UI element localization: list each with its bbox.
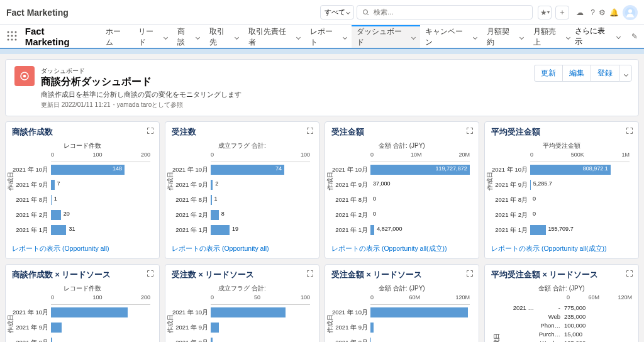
bar[interactable] (211, 180, 213, 190)
nav-tab-4[interactable]: 取引先責任者 (243, 25, 305, 48)
bar-row: 2021 年 9月7 (51, 177, 150, 192)
bar[interactable] (51, 307, 128, 317)
more-actions-button[interactable] (619, 65, 632, 82)
dashboard-icon (14, 66, 35, 86)
category-label: 2021 年 10月 (172, 309, 211, 317)
nav-tab-3[interactable]: 取引先 (204, 25, 243, 48)
favorite-icon[interactable]: ★▾ (538, 6, 552, 19)
nav-tab-6[interactable]: ダッシュボード (352, 25, 421, 48)
nav-tab-9[interactable]: 月額売上 (528, 25, 575, 48)
bar-row: 2021 年 2月8 (211, 207, 310, 223)
expand-icon[interactable] (147, 270, 154, 279)
card-title: 平均受注金額 (491, 127, 632, 138)
expand-icon[interactable] (306, 127, 314, 136)
edit-button[interactable]: 編集 (562, 65, 591, 82)
add-icon[interactable]: ＋ (555, 6, 569, 19)
table-row: Web235,000 (500, 312, 632, 321)
save-button[interactable]: 登録 (591, 65, 619, 82)
bar-value: 2 (215, 180, 218, 187)
bar-row: 2021 年 10月 (211, 305, 310, 320)
nav-tab-8[interactable]: 月額契約 (482, 25, 528, 48)
chevron-down-icon (196, 35, 200, 39)
bar-value: 74 (275, 165, 282, 172)
table-row: 2021 …-775,000 (500, 303, 632, 312)
bar[interactable] (530, 180, 531, 190)
view-report-link[interactable]: レポートの表示 (Opportunity all(成立)) (491, 245, 607, 253)
axis-ticks: 050100 (211, 294, 310, 303)
search-scope-select[interactable]: すべて (320, 5, 354, 19)
svg-point-5 (11, 31, 13, 33)
category-label: 2021 年 1月 (172, 226, 211, 234)
bar-value: 4,827,000 (377, 226, 402, 232)
nav-overflow[interactable]: さらに表示 ✎ (575, 26, 638, 47)
edit-nav-icon[interactable]: ✎ (631, 32, 638, 41)
svg-point-0 (364, 9, 368, 14)
bar[interactable] (370, 323, 374, 333)
view-report-link[interactable]: レポートの表示 (Opportunity all(成立)) (331, 245, 447, 253)
card-title: 商談作成数 × リードソース (12, 270, 153, 280)
axis-title: 成立フラグ 合計: (172, 284, 313, 293)
user-avatar[interactable] (623, 5, 638, 20)
view-report-link[interactable]: レポートの表示 (Opportunity all) (172, 245, 269, 253)
global-search-input[interactable]: 検索... (357, 5, 533, 19)
nav-tab-5[interactable]: レポート (305, 25, 352, 48)
category-label: 2021 年 10月 (172, 166, 211, 174)
bar[interactable] (211, 225, 230, 235)
view-report-link[interactable]: レポートの表示 (Opportunity all) (12, 245, 109, 253)
chevron-down-icon (411, 35, 416, 39)
refresh-button[interactable]: 更新 (534, 65, 562, 82)
search-icon (362, 9, 370, 16)
svg-point-12 (15, 39, 17, 41)
nav-tab-1[interactable]: リード (133, 25, 172, 48)
bar-row: 2021 年 9月37,000 (370, 177, 470, 192)
category-label: 2021 年 9月 (12, 324, 51, 332)
bar[interactable] (51, 225, 66, 235)
bar-row: 2021 年 8月0 (530, 192, 630, 207)
bar-value: 1 (54, 196, 57, 202)
expand-icon[interactable] (626, 127, 633, 136)
axis-ticks: 060M120M (370, 294, 470, 303)
expand-icon[interactable] (466, 270, 474, 279)
bar[interactable] (211, 323, 219, 333)
chevron-down-icon (235, 35, 239, 39)
bar[interactable] (51, 210, 61, 220)
expand-icon[interactable] (626, 270, 633, 279)
expand-icon[interactable] (466, 127, 474, 136)
breakdown-table: 2021 …-775,000Web235,000Phon…100,000Purc… (500, 303, 632, 342)
expand-icon[interactable] (306, 270, 314, 279)
bar[interactable] (51, 180, 55, 190)
help-icon[interactable]: ? (591, 8, 595, 17)
nav-tab-0[interactable]: ホーム (101, 25, 133, 48)
bar[interactable] (370, 338, 371, 342)
bar[interactable] (51, 323, 62, 333)
bars-container: 2021 年 10月2021 年 9月2021 年 8月 (51, 304, 150, 342)
bar[interactable] (530, 225, 546, 235)
bar[interactable] (370, 225, 374, 235)
bar-row: 2021 年 9月 (370, 320, 470, 335)
cloud-icon[interactable]: ☁ (573, 6, 587, 19)
svg-point-8 (11, 35, 13, 37)
bar[interactable] (211, 338, 213, 342)
nav-tab-7[interactable]: キャンペーン (420, 25, 482, 48)
bar-row: 2021 年 2月0 (370, 207, 470, 223)
notifications-icon[interactable]: 🔔 (609, 8, 619, 17)
nav-tab-2[interactable]: 商談 (172, 25, 204, 48)
global-header: Fact Marketing すべて 検索... ★▾ ＋ ☁ ? ⚙ 🔔 (0, 0, 644, 25)
settings-icon[interactable]: ⚙ (599, 8, 606, 17)
bar[interactable] (211, 210, 219, 220)
bar[interactable] (51, 195, 52, 205)
bar[interactable] (211, 195, 212, 205)
bar[interactable] (51, 338, 52, 342)
bar-value: 31 (69, 226, 75, 232)
category-label: 2021 年 2月 (172, 211, 211, 219)
bar-row: 2021 年 1月19 (211, 223, 310, 238)
bars-container: 2021 年 10月2021 年 9月2021 年 8月 (211, 304, 310, 342)
category-label: 2021 年 9月 (331, 324, 370, 332)
bar[interactable] (370, 307, 468, 317)
bar[interactable] (211, 307, 286, 317)
app-launcher-icon[interactable] (6, 30, 19, 43)
table-row: Word…185,000 (500, 338, 632, 342)
bar[interactable] (211, 165, 284, 175)
expand-icon[interactable] (147, 127, 154, 136)
chevron-down-icon (616, 34, 621, 38)
